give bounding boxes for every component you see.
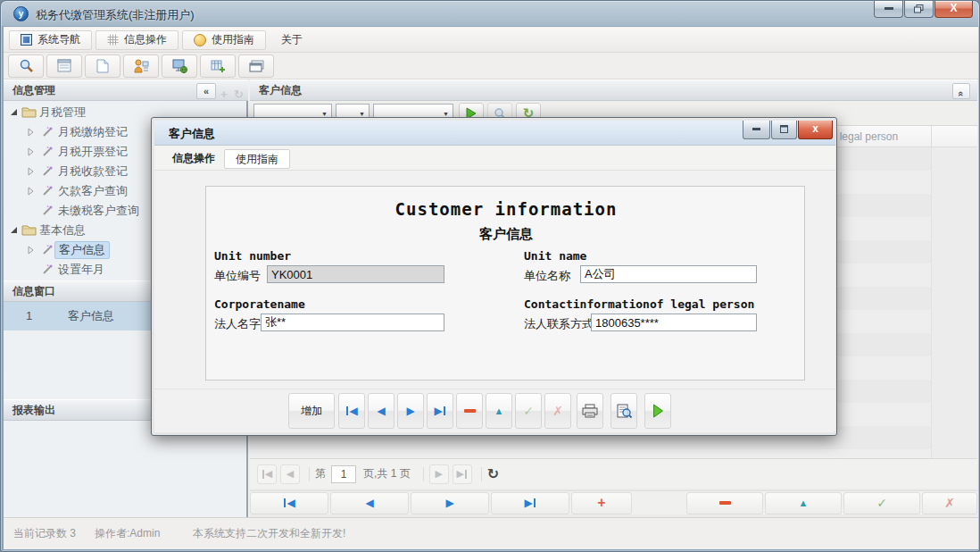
menu-item-guide[interactable]: 使用指南 bbox=[182, 30, 266, 50]
info-window-title: 信息窗口 bbox=[12, 285, 55, 297]
pager-refresh-icon[interactable]: ↻ bbox=[487, 465, 499, 482]
tab-info-operations[interactable]: 信息操作 bbox=[162, 149, 226, 169]
window-restore-button[interactable] bbox=[904, 1, 934, 18]
prev-page-icon: ◀ bbox=[287, 468, 294, 480]
unit-number-label-en: Unit number bbox=[214, 249, 291, 263]
pager-last-button[interactable]: ▶ bbox=[453, 464, 472, 484]
nav-prev-button[interactable]: ◀ bbox=[368, 393, 394, 429]
restore-icon bbox=[914, 4, 924, 13]
record-count-status: 当前记录数 3 bbox=[13, 526, 76, 541]
print-preview-button[interactable] bbox=[610, 393, 637, 429]
pager-prev-button[interactable]: ◀ bbox=[280, 464, 300, 484]
add-button[interactable]: 增加 bbox=[288, 393, 335, 429]
unit-number-input[interactable] bbox=[267, 265, 444, 283]
pager-first-button[interactable]: ◀ bbox=[257, 464, 277, 484]
minimize-icon bbox=[752, 128, 760, 130]
prev-record-icon: ◀ bbox=[377, 405, 385, 417]
dialog-title: 客户信息 bbox=[169, 126, 215, 142]
record-prev-button[interactable]: ◀ bbox=[330, 492, 409, 514]
record-action-bar: ◀ ◀ ▶ ▶ + ▲ ✓ ✗ bbox=[250, 490, 977, 514]
title-bar: y 税务代缴管理系统(非注册用户) X bbox=[4, 1, 978, 27]
report-output-title: 报表输出 bbox=[12, 404, 55, 416]
window-minimize-button[interactable] bbox=[874, 1, 903, 18]
print-button[interactable] bbox=[577, 393, 603, 429]
last-record-icon bbox=[534, 498, 536, 507]
pin-icon[interactable]: + bbox=[220, 84, 228, 105]
nav-last-button[interactable]: ▶ bbox=[427, 393, 453, 429]
collapse-sidebar-button[interactable]: « bbox=[196, 83, 216, 99]
dialog-maximize-button[interactable] bbox=[771, 121, 797, 139]
document-button[interactable] bbox=[85, 54, 120, 78]
corporate-name-input[interactable] bbox=[261, 314, 444, 331]
delete-button[interactable] bbox=[456, 393, 483, 429]
record-delete-button[interactable] bbox=[686, 492, 763, 514]
record-first-button[interactable]: ◀ bbox=[250, 492, 328, 514]
next-record-icon: ▶ bbox=[406, 405, 414, 417]
corporate-name-label-zh: 法人名字 bbox=[214, 316, 261, 332]
form-view-button[interactable] bbox=[46, 54, 82, 78]
menu-item-about[interactable]: 关于 bbox=[270, 30, 314, 50]
dialog-minimize-button[interactable] bbox=[743, 121, 770, 139]
menu-item-system-nav[interactable]: 系统导航 bbox=[9, 30, 92, 50]
menu-label: 关于 bbox=[281, 32, 303, 47]
execute-button[interactable] bbox=[644, 393, 671, 429]
tree-expanded-icon bbox=[10, 108, 18, 116]
tree-collapsed-icon bbox=[28, 246, 35, 255]
form-heading-english: Customer information bbox=[206, 199, 806, 219]
page-number-input[interactable] bbox=[331, 465, 356, 483]
table-add-button[interactable] bbox=[200, 54, 236, 78]
add-button-label: 增加 bbox=[301, 404, 322, 419]
tab-user-guide[interactable]: 使用指南 bbox=[224, 149, 290, 169]
wand-icon bbox=[41, 165, 54, 178]
last-record-icon bbox=[444, 406, 445, 415]
dialog-tab-bar: 信息操作 使用指南 bbox=[154, 146, 835, 171]
record-next-button[interactable]: ▶ bbox=[411, 492, 489, 514]
page-total-label: 页,共 1 页 bbox=[363, 466, 411, 481]
record-last-button[interactable]: ▶ bbox=[491, 492, 569, 514]
corporate-name-label-en: Corporatename bbox=[214, 297, 305, 311]
nav-next-button[interactable]: ▶ bbox=[397, 393, 424, 429]
document-icon bbox=[96, 59, 109, 73]
confirm-button[interactable]: ✓ bbox=[515, 393, 542, 429]
menu-item-info-ops[interactable]: 信息操作 bbox=[96, 30, 179, 50]
dialog-close-button[interactable]: x bbox=[798, 121, 833, 139]
status-bar: 当前记录数 3 操作者:Admin 本系统支持二次开发和全新开发! bbox=[4, 517, 978, 547]
user-settings-button[interactable] bbox=[123, 54, 159, 78]
chevron-left-icon: « bbox=[203, 86, 209, 96]
first-record-icon: ◀ bbox=[349, 405, 357, 417]
edit-button[interactable]: ▲ bbox=[486, 393, 512, 429]
record-edit-button[interactable]: ▲ bbox=[765, 492, 842, 514]
record-confirm-button[interactable]: ✓ bbox=[843, 492, 920, 514]
form-heading-chinese: 客户信息 bbox=[206, 226, 806, 243]
wand-icon bbox=[41, 263, 54, 276]
unit-name-input[interactable] bbox=[580, 265, 757, 283]
dialog-title-bar[interactable]: 客户信息 x bbox=[154, 121, 835, 146]
pager-next-button[interactable]: ▶ bbox=[429, 464, 449, 484]
monitor-globe-button[interactable] bbox=[162, 54, 197, 78]
search-button[interactable] bbox=[8, 54, 44, 78]
tree-collapsed-icon bbox=[28, 167, 35, 176]
next-record-icon: ▶ bbox=[445, 497, 453, 509]
contact-info-input[interactable] bbox=[591, 314, 757, 331]
list-item-index: 1 bbox=[26, 302, 32, 330]
record-cancel-button[interactable]: ✗ bbox=[922, 492, 977, 514]
page-prefix-label: 第 bbox=[315, 466, 326, 481]
clock-icon bbox=[194, 34, 206, 46]
first-page-icon bbox=[262, 470, 264, 479]
user-chart-icon bbox=[134, 59, 149, 73]
dialog-content: Customer information 客户信息 Unit number 单位… bbox=[154, 171, 835, 389]
menu-bar: 系统导航 信息操作 使用指南 关于 bbox=[4, 28, 978, 53]
window-cards-button[interactable] bbox=[238, 54, 274, 78]
tree-collapsed-icon bbox=[28, 147, 35, 156]
next-page-icon: ▶ bbox=[435, 468, 442, 480]
refresh-icon-disabled[interactable]: ↻ bbox=[234, 84, 244, 105]
nav-first-button[interactable]: ◀ bbox=[338, 393, 365, 429]
cancel-button[interactable]: ✗ bbox=[544, 393, 571, 429]
wand-icon bbox=[41, 205, 54, 217]
unit-name-label-zh: 单位名称 bbox=[524, 268, 570, 284]
window-close-button[interactable]: X bbox=[934, 1, 973, 18]
chevron-down-icon: ▼ bbox=[359, 111, 365, 117]
panel-collapse-button[interactable]: « bbox=[952, 83, 970, 99]
info-management-title: 信息管理 bbox=[12, 84, 55, 96]
record-add-button[interactable]: + bbox=[571, 492, 632, 514]
